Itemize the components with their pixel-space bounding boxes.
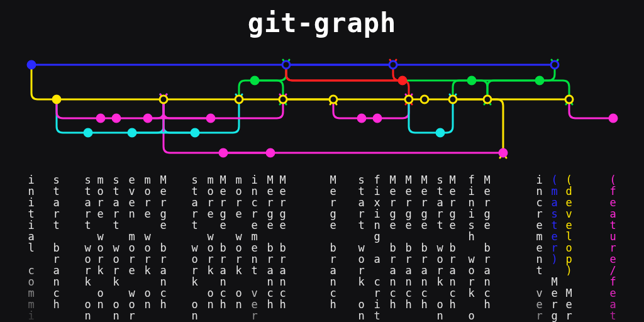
commit-node: [330, 96, 337, 103]
commit-message: start work on feature 3: [189, 174, 201, 322]
commit-message: Merge branch 'feature/feature1': [157, 174, 169, 322]
commit-node: [551, 61, 558, 69]
commit-message: Merge branch 'feature/feature3': [327, 174, 339, 322]
commit-message: increment version: [533, 174, 545, 322]
commit-message: more work on feature 1: [94, 174, 106, 322]
commit-message: Merge branch 'feature/feature4': [418, 174, 430, 322]
commit-node: [160, 96, 167, 103]
commit-node: [267, 149, 274, 157]
commit-node: [28, 61, 35, 69]
commit-message: initial commit: [25, 174, 37, 322]
commit-message: (master) Merge branch 'release/v2': [548, 174, 560, 322]
commit-node: [282, 61, 290, 69]
commit-message: start work on feature 5: [434, 174, 446, 322]
commit-message: start branch develop: [50, 174, 62, 322]
commit-node: [279, 96, 287, 103]
commit-message: Merge branch 'release/v1': [264, 174, 276, 322]
commit-message: more work on feature 2: [142, 174, 153, 322]
commit-node: [358, 114, 365, 122]
commit-node: [449, 96, 457, 103]
commit-message: more work on feature 3: [233, 174, 245, 322]
commit-message: start work on feature 1: [82, 174, 94, 322]
commit-message: finish work on feature 5: [465, 174, 477, 322]
commit-node: [128, 129, 136, 136]
commit-node: [207, 114, 214, 122]
commit-labels: initial commitstart branch developstart …: [0, 174, 644, 322]
commit-node: [609, 114, 617, 122]
commit-message: Merge branch 'hotfix/h1': [402, 174, 414, 322]
commit-node: [565, 96, 573, 103]
commit-node: [191, 129, 199, 136]
commit-node: [144, 114, 152, 122]
commit-message: start work on feature 4: [355, 174, 367, 322]
page-title: git-graph: [0, 8, 644, 38]
commit-node: [219, 149, 227, 157]
commit-node: [97, 114, 104, 122]
commit-node: [374, 114, 381, 122]
commit-node: [84, 129, 92, 136]
commit-node: [499, 149, 507, 157]
commit-node: [53, 96, 60, 103]
commit-message: Merge branch 'hotfix/h1': [387, 174, 399, 322]
commit-message: Merge branch 'release/v2': [481, 174, 493, 322]
commit-node: [436, 129, 444, 136]
commit-message: more work on feature 3: [204, 174, 216, 322]
commit-node: [536, 77, 543, 84]
commit-node: [405, 96, 413, 103]
commit-message: (develop) Merge branch 'release/v2': [563, 174, 575, 322]
commit-node: [421, 96, 428, 103]
git-graph-canvas: [0, 49, 644, 169]
commit-node: [235, 96, 243, 103]
commit-message: even more work on feature 1: [126, 174, 138, 322]
commit-message: (feature/feature6): [607, 174, 619, 322]
commit-message: Merge branch 'release/v1': [277, 174, 289, 322]
commit-message: increment version: [248, 174, 260, 322]
commit-message: Merge branch 'feature/feature2': [217, 174, 229, 322]
commit-node: [468, 77, 475, 84]
commit-node: [399, 77, 406, 84]
commit-node: [484, 96, 491, 103]
commit-message: fixing a critical bug: [371, 174, 383, 322]
commit-node: [251, 77, 258, 84]
commit-message: start work on feature 2: [110, 174, 122, 322]
commit-node: [389, 61, 397, 69]
commit-node: [113, 114, 120, 122]
commit-message: Merge branch 'develop': [447, 174, 458, 322]
